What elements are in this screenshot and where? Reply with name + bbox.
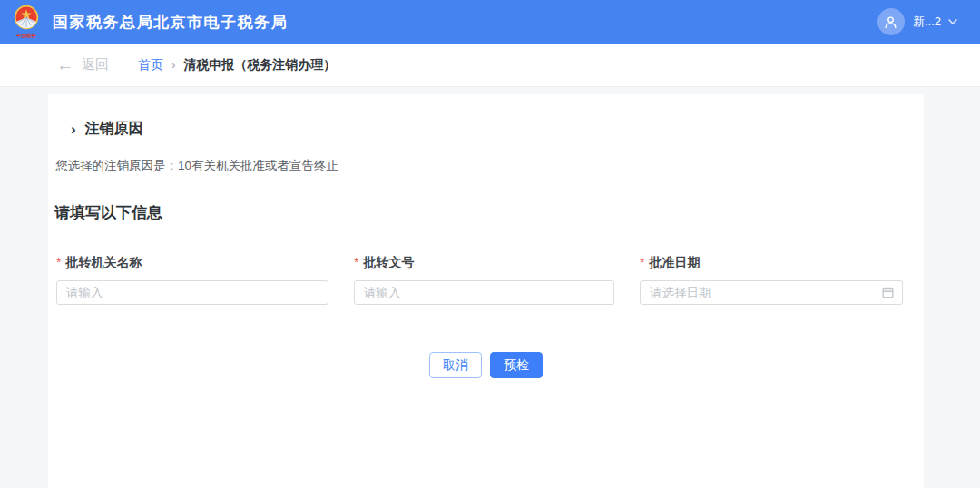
back-label[interactable]: 返回 — [82, 56, 109, 73]
field-label: *批转机关名称 — [56, 255, 328, 271]
app-title: 国家税务总局北京市电子税务局 — [53, 12, 288, 33]
china-tax-emblem-icon: 中国税务 — [9, 5, 44, 43]
user-avatar[interactable] — [877, 8, 905, 35]
breadcrumb-separator: › — [172, 58, 175, 72]
field-label-text: 批准日期 — [649, 255, 700, 269]
form-fields-row: *批转机关名称 *批转文号 *批准日期 — [56, 255, 924, 305]
required-mark: * — [56, 255, 61, 269]
back-button[interactable]: ← 返回 — [56, 56, 109, 73]
app-header: 中国税务 国家税务总局北京市电子税务局 新...2 — [0, 0, 980, 44]
chevron-right-icon[interactable]: › — [71, 122, 76, 137]
calendar-icon[interactable] — [881, 286, 895, 299]
back-arrow-icon[interactable]: ← — [56, 56, 74, 73]
field-label-text: 批转文号 — [363, 255, 414, 269]
cancel-button[interactable]: 取消 — [429, 352, 482, 378]
section-header-cancellation-reason[interactable]: › 注销原因 — [48, 94, 924, 139]
form-heading: 请填写以下信息 — [54, 202, 924, 223]
selected-reason-text: 您选择的注销原因是：10有关机关批准或者宣告终止 — [55, 158, 924, 174]
approval-document-number-input[interactable] — [354, 280, 614, 305]
breadcrumb-current-page: 清税申报（税务注销办理） — [183, 57, 336, 73]
approval-date-input[interactable] — [640, 280, 903, 305]
field-approval-document-number: *批转文号 — [354, 255, 614, 305]
field-approval-date: *批准日期 — [640, 255, 903, 305]
required-mark: * — [354, 255, 358, 269]
content-card: › 注销原因 您选择的注销原因是：10有关机关批准或者宣告终止 请填写以下信息 … — [48, 94, 924, 488]
person-icon — [883, 15, 898, 30]
form-actions: 取消 预检 — [48, 352, 924, 378]
field-label: *批转文号 — [354, 255, 614, 271]
field-label-text: 批转机关名称 — [65, 255, 142, 269]
breadcrumb-home-link[interactable]: 首页 — [138, 57, 163, 73]
user-menu[interactable]: 新...2 — [877, 8, 958, 35]
field-approving-authority: *批转机关名称 — [56, 255, 328, 305]
svg-text:中国税务: 中国税务 — [16, 33, 37, 39]
user-name[interactable]: 新...2 — [913, 14, 941, 30]
required-mark: * — [640, 255, 644, 269]
field-label: *批准日期 — [640, 255, 903, 271]
approving-authority-input[interactable] — [56, 280, 328, 305]
chevron-down-icon[interactable] — [947, 18, 958, 25]
precheck-button[interactable]: 预检 — [490, 352, 543, 378]
breadcrumb-bar: ← 返回 首页 › 清税申报（税务注销办理） — [0, 44, 980, 87]
section-title: 注销原因 — [85, 120, 143, 139]
